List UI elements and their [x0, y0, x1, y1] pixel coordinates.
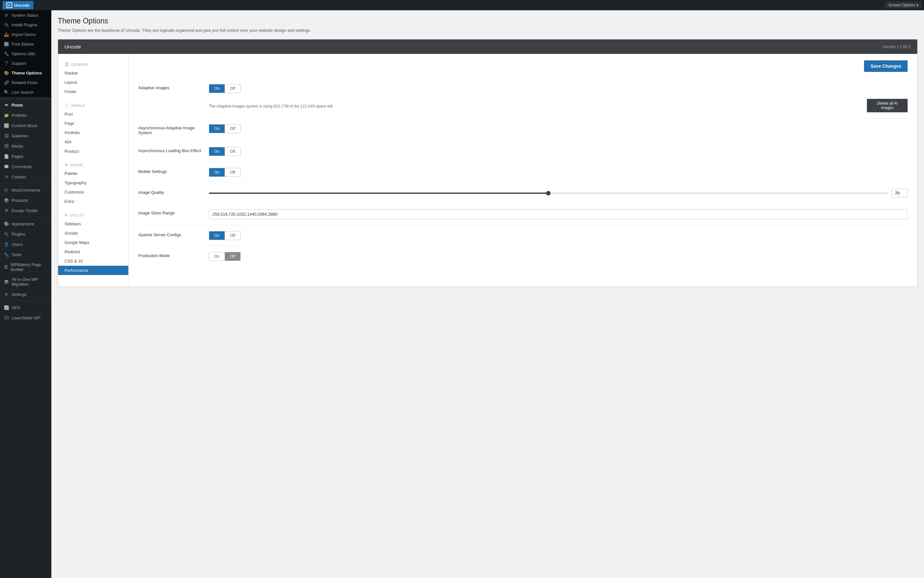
nav-item-performance[interactable]: Performance [58, 266, 128, 275]
sidebar-item-install-plugins[interactable]: 🔌 Install Plugins [0, 20, 51, 29]
mobile-settings-on-btn[interactable]: On [209, 168, 225, 177]
async-blur-label: Asynchronous Loading Blur Effect [138, 147, 209, 153]
apache-off-btn[interactable]: Off [225, 231, 240, 240]
contact-icon: ✉ [4, 174, 9, 179]
sidebar-item-font-stacks[interactable]: 🔤 Font Stacks [0, 39, 51, 49]
sidebar-item-label: Theme Options [11, 71, 42, 75]
sidebar-item-label: Font Stacks [11, 42, 34, 47]
nav-item-redirect[interactable]: Redirect [58, 247, 128, 257]
storage-info-text: The Adaptive Images system is using 913.… [209, 104, 862, 109]
sidebar-item-live-search[interactable]: 🔍 Live Search [0, 87, 51, 97]
sidebar-item-all-in-one[interactable]: 📦 All-in-One WP Migration [0, 274, 51, 289]
nav-item-footer[interactable]: Footer [58, 87, 128, 96]
nav-item-google-maps[interactable]: Google Maps [58, 238, 128, 247]
sidebar-item-users[interactable]: 👤 Users [0, 239, 51, 249]
sidebar-item-label: WPBakery Page Builder [11, 262, 47, 272]
panel-title: Uncode [65, 44, 81, 49]
async-blur-on-btn[interactable]: On [209, 147, 225, 156]
nav-item-page[interactable]: Page [58, 119, 128, 128]
apache-toggle: On Off [209, 231, 241, 240]
sidebar-item-label: All-in-One WP Migration [11, 277, 47, 287]
sidebar-item-contact[interactable]: ✉ Contact [0, 172, 51, 182]
adaptive-images-info: The Adaptive Images system is using 913.… [209, 99, 908, 112]
nav-item-product[interactable]: Product [58, 147, 128, 156]
sidebar-item-options-utils[interactable]: 🔧 Options Utils [0, 49, 51, 58]
setting-image-sizes: Image Sizes Range [138, 203, 908, 225]
apache-on-btn[interactable]: On [209, 231, 225, 240]
screen-options-button[interactable]: Screen Options ▾ [885, 2, 921, 9]
single-section-icon: 📄 [65, 103, 69, 107]
sidebar-item-support[interactable]: ❓ Support [0, 58, 51, 68]
mobile-settings-control: On Off [209, 168, 908, 177]
nav-item-portfolio[interactable]: Portfolio [58, 128, 128, 137]
nav-item-navbar[interactable]: Navbar [58, 68, 128, 78]
async-adaptive-toggle: On Off [209, 124, 241, 133]
sidebar-item-settings[interactable]: ⚙ Settings [0, 289, 51, 299]
image-quality-slider-container [209, 189, 908, 197]
adaptive-images-on-btn[interactable]: On [209, 84, 225, 93]
adaptive-images-off-btn[interactable]: Off [225, 84, 240, 93]
sidebar-item-label: WooCommerce [11, 188, 41, 193]
production-mode-control: On Off [209, 252, 908, 261]
sidebar-item-layerslider[interactable]: 🎞 LayerSlider WP [0, 313, 51, 323]
image-sizes-input[interactable] [209, 209, 908, 219]
sidebar-item-label: Users [11, 242, 23, 247]
mobile-settings-off-btn[interactable]: Off [225, 168, 240, 177]
async-adaptive-on-btn[interactable]: On [209, 125, 225, 133]
sidebar-item-label: Portfolio [11, 113, 27, 118]
sidebar-item-media[interactable]: 🎬 Media [0, 141, 51, 151]
nav-item-extra[interactable]: Extra [58, 197, 128, 206]
sidebar-item-label: Comments [11, 164, 32, 169]
sidebar-item-comments[interactable]: 💬 Comments [0, 161, 51, 172]
nav-item-customize[interactable]: Customize [58, 187, 128, 197]
sidebar-item-wpbakery[interactable]: 🏗 WPBakery Page Builder [0, 260, 51, 274]
sidebar-item-products[interactable]: 📦 Products [0, 195, 51, 205]
sidebar-item-system-status[interactable]: ⚙ System Status [0, 10, 51, 20]
nav-item-post[interactable]: Post [58, 109, 128, 119]
sidebar-item-pages[interactable]: 📄 Pages [0, 151, 51, 161]
async-adaptive-off-btn[interactable]: Off [225, 125, 240, 133]
settings-content: Save Changes Adaptive Images On Off The … [129, 54, 917, 287]
nav-item-layout[interactable]: Layout [58, 78, 128, 87]
panel-version: Uncode 1.7.RC2 [882, 45, 911, 49]
image-quality-slider-track[interactable] [209, 193, 888, 194]
sidebar-item-posts[interactable]: ✏ Posts [0, 100, 51, 110]
appearance-icon: 🎨 [4, 221, 9, 226]
setting-production-mode: Production Mode On Off [138, 246, 908, 267]
sidebar-item-seo[interactable]: 📈 SEO [0, 302, 51, 313]
related-posts-icon: 🔗 [4, 80, 9, 85]
nav-section-single: 📄 SINGLE Post Page Portfolio 404 Product [58, 101, 128, 156]
nav-item-404[interactable]: 404 [58, 137, 128, 147]
sidebar-item-woocommerce[interactable]: 🛒 WooCommerce [0, 185, 51, 195]
nav-item-css-js[interactable]: CSS & JS [58, 257, 128, 266]
sidebar-item-plugins[interactable]: 🔌 Plugins [0, 229, 51, 239]
mobile-settings-label: Mobile Settings [138, 168, 209, 174]
save-changes-button[interactable]: Save Changes [864, 60, 908, 72]
delete-ai-images-button[interactable]: Delete all AI images [867, 99, 908, 112]
sidebar-item-content-block[interactable]: ⬜ Content Block [0, 120, 51, 131]
all-in-one-icon: 📦 [4, 279, 9, 284]
sidebar-item-portfolio[interactable]: 📁 Portfolio [0, 110, 51, 120]
nav-item-typography[interactable]: Typography [58, 178, 128, 187]
sidebar-item-galleries[interactable]: 🖼 Galleries [0, 131, 51, 141]
products-icon: 📦 [4, 198, 9, 203]
sidebar-item-related-posts[interactable]: 🔗 Related Posts [0, 78, 51, 87]
production-mode-off-btn[interactable]: Off [225, 252, 240, 261]
image-quality-slider-thumb[interactable] [546, 191, 551, 195]
sidebar-item-label: Support [11, 61, 26, 66]
nav-item-palette[interactable]: Palette [58, 169, 128, 178]
sidebar-divider-2 [0, 183, 51, 183]
sidebar-item-envato-toolkit[interactable]: 🛠 Envato Toolkit [0, 205, 51, 216]
sidebar-item-appearance[interactable]: 🎨 Appearance [0, 219, 51, 229]
async-blur-off-btn[interactable]: Off [225, 147, 240, 156]
sidebar-item-label: SEO [11, 305, 20, 310]
sidebar-item-import-demo[interactable]: 📥 Import Demo [0, 29, 51, 39]
woocommerce-icon: 🛒 [4, 187, 9, 193]
sidebar-item-tools[interactable]: 🔧 Tools [0, 249, 51, 260]
production-mode-on-btn[interactable]: On [209, 252, 225, 261]
nav-section-single-title: 📄 SINGLE [58, 101, 128, 109]
image-quality-value-input[interactable] [892, 189, 908, 197]
sidebar-item-theme-options[interactable]: 🎨 Theme Options [0, 68, 51, 78]
nav-item-sidebars[interactable]: Sidebars [58, 219, 128, 229]
nav-item-socials[interactable]: Socials [58, 229, 128, 238]
